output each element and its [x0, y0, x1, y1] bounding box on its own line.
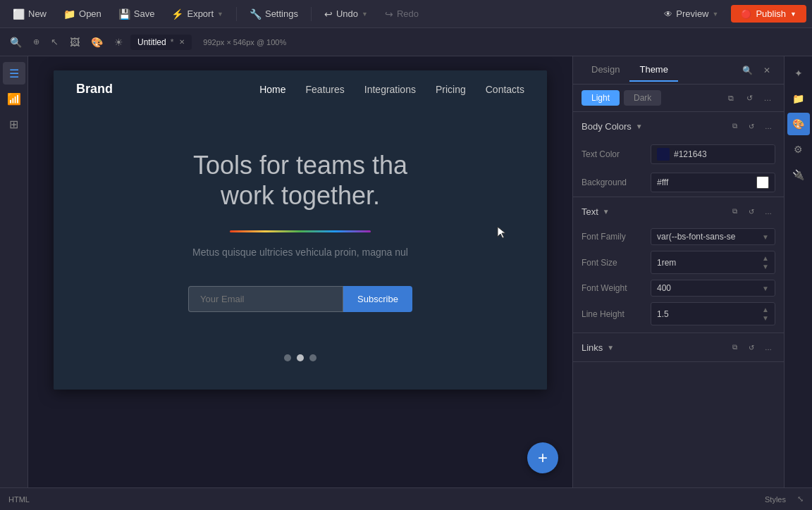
theme-more-icon[interactable]: …: [760, 90, 775, 106]
line-height-stepper[interactable]: ▲▼: [762, 306, 769, 322]
panel-close-button[interactable]: ✕: [758, 62, 775, 79]
theme-copy-icon[interactable]: ⧉: [723, 90, 739, 106]
open-button[interactable]: 📁 Open: [56, 6, 109, 23]
zoom-controls: 🔍 ⊕ ↖ 🖼 🎨 ☀: [6, 34, 128, 51]
nav-contacts[interactable]: Contacts: [486, 84, 524, 95]
text-more-icon[interactable]: …: [761, 204, 775, 218]
font-family-arrow-icon: ▼: [762, 233, 769, 241]
brightness-tool-button[interactable]: ☀: [110, 34, 128, 51]
settings-button[interactable]: 🔧 Settings: [242, 6, 305, 23]
font-size-input[interactable]: 1rem ▲▼: [651, 251, 775, 274]
left-sidebar: ☰ 📶 ⊞: [0, 56, 28, 487]
save-icon: 💾: [118, 8, 130, 20]
body-colors-chevron-icon: ▼: [636, 123, 643, 130]
text-section-header[interactable]: Text ▼ ⧉ ↺ …: [573, 197, 784, 225]
save-button[interactable]: 💾 Save: [111, 6, 162, 23]
body-colors-header[interactable]: Body Colors ▼ ⧉ ↺ …: [573, 112, 784, 140]
redo-icon: ↪: [385, 8, 393, 20]
undo-icon: ↩: [324, 8, 333, 20]
theme-controls: Light Dark ⧉ ↺ …: [573, 85, 784, 112]
image-tool-button[interactable]: 🖼: [66, 34, 84, 51]
text-color-label: Text Color: [582, 149, 645, 159]
section-more-icon[interactable]: …: [761, 119, 775, 133]
bottom-html-label[interactable]: HTML: [8, 495, 30, 504]
cursor-tool-button[interactable]: ↖: [47, 34, 63, 50]
publish-chevron-icon: ▼: [790, 11, 796, 18]
nav-integrations[interactable]: Integrations: [364, 84, 416, 95]
panel-search-button[interactable]: 🔍: [739, 62, 756, 79]
zoom-in-button[interactable]: ⊕: [29, 35, 44, 49]
text-color-swatch: [657, 148, 670, 161]
email-row: Subscribe: [188, 286, 412, 312]
text-reset-icon[interactable]: ↺: [744, 204, 758, 218]
preview-button[interactable]: 👁 Preview ▼: [657, 6, 725, 22]
section-reset-icon[interactable]: ↺: [744, 119, 758, 133]
text-copy-icon[interactable]: ⧉: [727, 204, 742, 218]
links-reset-icon[interactable]: ↺: [744, 340, 758, 354]
email-input[interactable]: [188, 286, 343, 312]
preview-icon: 👁: [664, 9, 672, 19]
open-icon: 📁: [63, 8, 75, 20]
export-button[interactable]: ⚡ Export ▼: [164, 6, 230, 23]
links-copy-icon[interactable]: ⧉: [727, 340, 742, 354]
settings-panel-button[interactable]: ⚙: [787, 138, 810, 161]
main-layout: ☰ 📶 ⊞ Brand Home Features Integrations P…: [0, 56, 812, 487]
tab-design[interactable]: Design: [582, 58, 629, 82]
font-size-stepper[interactable]: ▲▼: [762, 254, 769, 270]
dot-1: [284, 354, 291, 361]
bottom-resize-icon[interactable]: ⤡: [797, 495, 804, 504]
new-button[interactable]: ⬜ New: [6, 6, 54, 23]
sidebar-wifi-button[interactable]: 📶: [3, 87, 25, 110]
canvas-area[interactable]: Brand Home Features Integrations Pricing…: [28, 56, 572, 487]
zoom-out-button[interactable]: 🔍: [6, 34, 26, 51]
fab-add-button[interactable]: +: [527, 442, 558, 473]
font-weight-label: Font Weight: [582, 283, 645, 293]
tab-close-button[interactable]: ✕: [179, 38, 185, 46]
line-height-label: Line Height: [582, 309, 645, 319]
font-size-label: Font Size: [582, 258, 645, 268]
theme-dark-button[interactable]: Dark: [624, 90, 661, 106]
preview-chevron-icon: ▼: [713, 11, 719, 18]
palette-icon-button[interactable]: 🎨: [787, 113, 810, 135]
body-colors-section: Body Colors ▼ ⧉ ↺ … Text Color #121643: [573, 112, 784, 197]
line-height-input[interactable]: 1.5 ▲▼: [651, 302, 775, 325]
folder-icon-button[interactable]: 📁: [787, 87, 810, 110]
panel-header: Design Theme 🔍 ✕: [573, 56, 784, 85]
background-swatch: [756, 176, 769, 189]
panel-header-icons: 🔍 ✕: [739, 62, 775, 79]
extension-icon-button[interactable]: 🔌: [787, 163, 810, 186]
site-hero-title: Tools for teams tha work together.: [193, 150, 407, 211]
tab-untitled[interactable]: Untitled * ✕: [130, 35, 192, 50]
nav-home[interactable]: Home: [259, 84, 285, 95]
sidebar-layers-button[interactable]: ☰: [3, 62, 25, 85]
theme-light-button[interactable]: Light: [582, 90, 620, 106]
nav-pricing[interactable]: Pricing: [436, 84, 466, 95]
theme-reset-icon[interactable]: ↺: [742, 90, 757, 106]
publish-button[interactable]: 🔴 Publish ▼: [731, 5, 806, 23]
undo-button[interactable]: ↩ Undo ▼: [317, 6, 375, 23]
section-actions: ⧉ ↺ …: [727, 119, 775, 133]
bottombar: HTML Styles ⤡: [0, 487, 812, 510]
publish-icon: 🔴: [741, 9, 751, 19]
subscribe-button[interactable]: Subscribe: [343, 286, 412, 312]
font-weight-select[interactable]: 400 ▼: [651, 280, 775, 297]
undo-chevron-icon: ▼: [362, 11, 368, 18]
magic-icon-button[interactable]: ✦: [787, 62, 810, 85]
links-section: Links ▼ ⧉ ↺ …: [573, 333, 784, 362]
pagination-dots: [284, 354, 316, 361]
background-value[interactable]: #fff: [651, 173, 775, 192]
theme-icons: ⧉ ↺ …: [723, 90, 775, 106]
bottom-styles-label[interactable]: Styles: [765, 495, 786, 504]
nav-features[interactable]: Features: [306, 84, 345, 95]
font-family-select[interactable]: var(--bs-font-sans-se ▼: [651, 228, 775, 245]
section-copy-icon[interactable]: ⧉: [727, 119, 742, 133]
color-tool-button[interactable]: 🎨: [87, 34, 107, 51]
tab-theme[interactable]: Theme: [629, 58, 677, 82]
zoom-info[interactable]: 992px × 546px @ 100%: [203, 38, 286, 46]
background-row: Background #fff: [573, 168, 784, 197]
redo-button[interactable]: ↪ Redo: [378, 6, 426, 23]
text-color-value[interactable]: #121643: [651, 144, 775, 164]
links-more-icon[interactable]: …: [761, 340, 775, 354]
sidebar-grid-button[interactable]: ⊞: [3, 113, 25, 135]
links-header[interactable]: Links ▼ ⧉ ↺ …: [573, 333, 784, 361]
